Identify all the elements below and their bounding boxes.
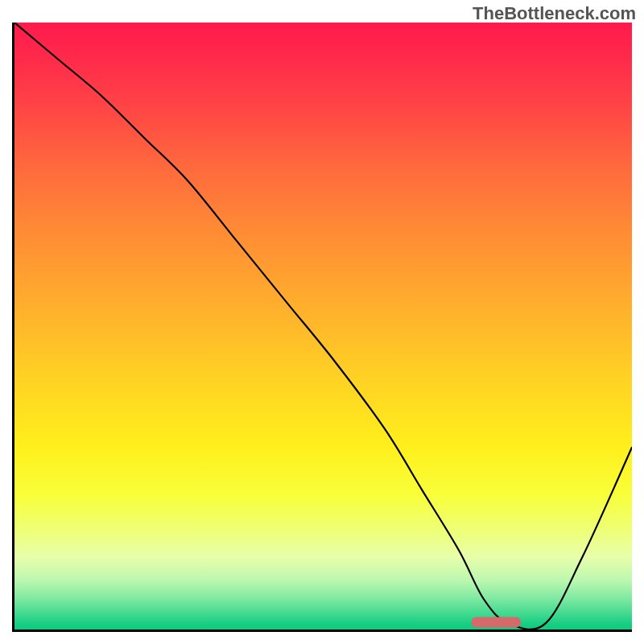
bottleneck-curve (14, 23, 632, 630)
watermark-text: TheBottleneck.com (473, 3, 636, 24)
chart-container: TheBottleneck.com (0, 0, 644, 644)
optimal-marker (472, 617, 521, 627)
plot-area (12, 23, 632, 632)
chart-svg (14, 23, 632, 630)
